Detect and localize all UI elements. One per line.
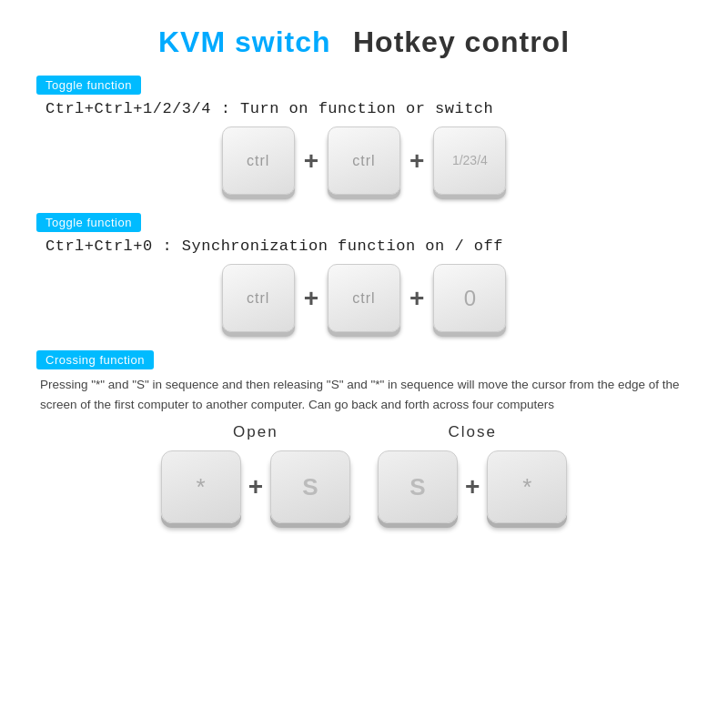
section-toggle-1: Toggle function Ctrl+Ctrl+1/2/3/4 : Turn…	[36, 76, 692, 204]
key-zero: 0	[433, 264, 506, 332]
key-s-close: S	[378, 450, 458, 523]
page: KVM switch Hotkey control Toggle functio…	[0, 0, 728, 728]
key-s-open: S	[270, 450, 350, 523]
plus-open: +	[248, 472, 263, 501]
title-hotkey: Hotkey control	[353, 25, 570, 58]
badge-crossing: Crossing function	[36, 350, 154, 369]
key-ctrl-2a: ctrl	[222, 264, 295, 332]
hotkey-text-1: Ctrl+Ctrl+1/2/3/4 : Turn on function or …	[46, 100, 692, 117]
key-ctrl-1a: ctrl	[222, 126, 295, 195]
close-group: Close S + *	[378, 423, 567, 523]
plus-1b: +	[410, 147, 424, 176]
section-crossing: Crossing function Pressing "*" and "S" i…	[36, 350, 692, 523]
open-close-row: Open * + S Close S + *	[36, 423, 692, 523]
open-label: Open	[233, 423, 278, 441]
close-label: Close	[448, 423, 496, 441]
badge-toggle-2: Toggle function	[36, 213, 141, 232]
close-keys: S + *	[378, 450, 567, 523]
plus-2a: +	[304, 284, 318, 313]
key-star-open: *	[161, 450, 241, 523]
key-num-1234: 1/2 3/4	[433, 126, 506, 195]
key-ctrl-1b: ctrl	[328, 126, 400, 195]
key-star-close: *	[487, 450, 567, 523]
title-kvm: KVM switch	[158, 25, 331, 58]
badge-toggle-1: Toggle function	[36, 76, 141, 95]
main-title: KVM switch Hotkey control	[36, 25, 692, 59]
key-ctrl-2b: ctrl	[328, 264, 400, 332]
plus-close: +	[465, 472, 480, 501]
keys-row-2: ctrl + ctrl + 0	[36, 264, 692, 332]
keys-row-1: ctrl + ctrl + 1/2 3/4	[36, 126, 692, 195]
open-group: Open * + S	[161, 423, 350, 523]
open-keys: * + S	[161, 450, 350, 523]
plus-1a: +	[304, 147, 318, 176]
section-toggle-2: Toggle function Ctrl+Ctrl+0 : Synchroniz…	[36, 213, 692, 341]
plus-2b: +	[410, 284, 424, 313]
hotkey-text-2: Ctrl+Ctrl+0 : Synchronization function o…	[46, 238, 692, 255]
crossing-description: Pressing "*" and "S" in sequence and the…	[40, 375, 692, 414]
